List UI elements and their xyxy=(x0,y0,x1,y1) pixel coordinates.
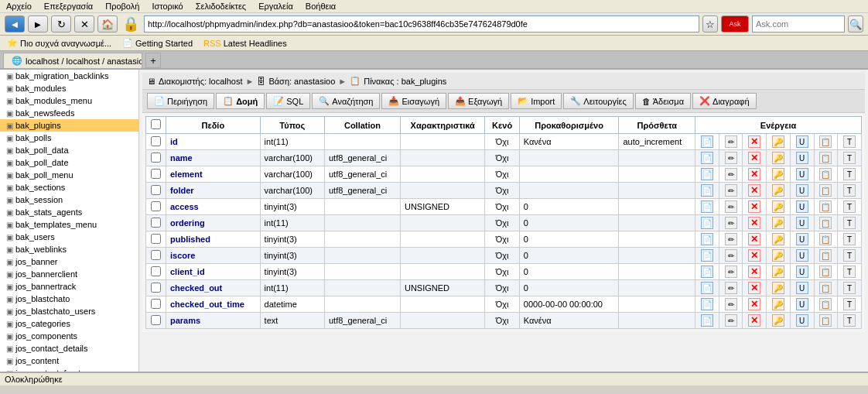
unique-icon-9[interactable]: U xyxy=(796,282,808,294)
action-index-4[interactable]: 📋 xyxy=(814,199,838,215)
row-check-8[interactable] xyxy=(151,266,161,276)
action-spatial-3[interactable]: T xyxy=(838,183,862,199)
spatial-icon-10[interactable]: T xyxy=(843,298,856,310)
primary-icon-2[interactable]: 🔑 xyxy=(772,168,784,180)
sidebar-item-bak_modules_menu[interactable]: ▣bak_modules_menu xyxy=(0,94,138,107)
browse-icon-5[interactable]: 📄 xyxy=(701,217,713,229)
action-tab-Αναζήτηση[interactable]: 🔍Αναζήτηση xyxy=(312,93,380,109)
action-delete-3[interactable]: ✕ xyxy=(743,183,767,199)
menu-view[interactable]: Προβολή xyxy=(105,2,139,11)
action-index-11[interactable]: 📋 xyxy=(814,313,838,329)
action-tab-Άδεισμα[interactable]: 🗑Άδεισμα xyxy=(635,93,691,109)
edit-icon-8[interactable]: ✏ xyxy=(725,266,737,278)
browse-icon-1[interactable]: 📄 xyxy=(701,152,713,164)
action-spatial-0[interactable]: T xyxy=(838,134,862,150)
index-icon-10[interactable]: 📋 xyxy=(819,298,832,310)
action-unique-10[interactable]: U xyxy=(790,296,814,313)
delete-icon-5[interactable]: ✕ xyxy=(748,217,760,229)
action-unique-11[interactable]: U xyxy=(790,313,814,329)
row-checkbox-1[interactable] xyxy=(146,150,166,166)
action-delete-6[interactable]: ✕ xyxy=(743,231,767,248)
delete-icon-3[interactable]: ✕ xyxy=(748,184,760,197)
action-spatial-9[interactable]: T xyxy=(838,280,862,296)
action-tab-SQL[interactable]: 📝SQL xyxy=(266,93,310,109)
browse-icon-2[interactable]: 📄 xyxy=(701,168,713,180)
menu-file[interactable]: Αρχείο xyxy=(6,2,32,11)
edit-icon-1[interactable]: ✏ xyxy=(725,152,737,164)
spatial-icon-5[interactable]: T xyxy=(843,217,856,229)
row-check-3[interactable] xyxy=(151,185,161,195)
action-index-0[interactable]: 📋 xyxy=(814,134,838,150)
unique-icon-7[interactable]: U xyxy=(796,249,808,262)
action-primary-3[interactable]: 🔑 xyxy=(767,183,791,199)
index-icon-2[interactable]: 📋 xyxy=(819,168,832,180)
primary-icon-5[interactable]: 🔑 xyxy=(772,217,784,229)
browse-icon-6[interactable]: 📄 xyxy=(701,233,713,245)
action-spatial-10[interactable]: T xyxy=(838,296,862,313)
action-edit-9[interactable]: ✏ xyxy=(719,280,743,296)
action-spatial-2[interactable]: T xyxy=(838,166,862,183)
delete-icon-11[interactable]: ✕ xyxy=(748,314,760,327)
sidebar-item-jos_contact_details[interactable]: ▣jos_contact_details xyxy=(0,342,138,355)
back-button[interactable]: ◄ xyxy=(5,15,25,33)
action-edit-6[interactable]: ✏ xyxy=(719,231,743,248)
action-delete-0[interactable]: ✕ xyxy=(743,134,767,150)
edit-icon-11[interactable]: ✏ xyxy=(725,314,737,327)
action-unique-2[interactable]: U xyxy=(790,166,814,183)
action-spatial-11[interactable]: T xyxy=(838,313,862,329)
browse-icon-0[interactable]: 📄 xyxy=(701,135,713,148)
action-spatial-1[interactable]: T xyxy=(838,150,862,166)
action-primary-8[interactable]: 🔑 xyxy=(767,264,791,280)
action-unique-1[interactable]: U xyxy=(790,150,814,166)
sidebar-item-bak_sections[interactable]: ▣bak_sections xyxy=(0,181,138,194)
action-browse-8[interactable]: 📄 xyxy=(695,264,719,280)
sidebar-item-jos_content[interactable]: ▣jos_content xyxy=(0,355,138,367)
index-icon-7[interactable]: 📋 xyxy=(819,249,832,262)
action-browse-7[interactable]: 📄 xyxy=(695,248,719,264)
edit-icon-6[interactable]: ✏ xyxy=(725,233,737,245)
row-checkbox-7[interactable] xyxy=(146,248,166,264)
action-edit-3[interactable]: ✏ xyxy=(719,183,743,199)
row-check-10[interactable] xyxy=(151,299,161,309)
action-unique-8[interactable]: U xyxy=(790,264,814,280)
action-spatial-8[interactable]: T xyxy=(838,264,862,280)
unique-icon-11[interactable]: U xyxy=(796,314,808,327)
action-primary-6[interactable]: 🔑 xyxy=(767,231,791,248)
unique-icon-10[interactable]: U xyxy=(796,298,808,310)
sidebar-item-bak_stats_agents[interactable]: ▣bak_stats_agents xyxy=(0,206,138,218)
action-primary-9[interactable]: 🔑 xyxy=(767,280,791,296)
menu-help[interactable]: Βοήθεια xyxy=(306,2,336,11)
action-tab-Εξαγωγή[interactable]: 📤Εξαγωγή xyxy=(448,93,509,109)
index-icon-4[interactable]: 📋 xyxy=(819,200,832,213)
select-all-checkbox[interactable] xyxy=(151,119,161,129)
action-index-7[interactable]: 📋 xyxy=(814,248,838,264)
unique-icon-4[interactable]: U xyxy=(796,200,808,213)
unique-icon-1[interactable]: U xyxy=(796,152,808,164)
search-input[interactable] xyxy=(752,15,845,33)
sidebar-item-jos_bannerclient[interactable]: ▣jos_bannerclient xyxy=(0,268,138,280)
action-primary-7[interactable]: 🔑 xyxy=(767,248,791,264)
row-checkbox-10[interactable] xyxy=(146,296,166,313)
action-edit-10[interactable]: ✏ xyxy=(719,296,743,313)
action-spatial-6[interactable]: T xyxy=(838,231,862,248)
action-delete-1[interactable]: ✕ xyxy=(743,150,767,166)
action-primary-10[interactable]: 🔑 xyxy=(767,296,791,313)
action-unique-6[interactable]: U xyxy=(790,231,814,248)
primary-icon-4[interactable]: 🔑 xyxy=(772,200,784,213)
action-primary-4[interactable]: 🔑 xyxy=(767,199,791,215)
action-browse-11[interactable]: 📄 xyxy=(695,313,719,329)
spatial-icon-7[interactable]: T xyxy=(843,249,856,262)
sidebar-item-bak_session[interactable]: ▣bak_session xyxy=(0,194,138,206)
browse-icon-7[interactable]: 📄 xyxy=(701,249,713,262)
sidebar-item-bak_poll_menu[interactable]: ▣bak_poll_menu xyxy=(0,169,138,181)
browse-icon-3[interactable]: 📄 xyxy=(701,184,713,197)
edit-icon-7[interactable]: ✏ xyxy=(725,249,737,262)
unique-icon-3[interactable]: U xyxy=(796,184,808,197)
menu-tools[interactable]: Εργαλεία xyxy=(258,2,293,11)
index-icon-3[interactable]: 📋 xyxy=(819,184,832,197)
star-button[interactable]: ☆ xyxy=(702,15,718,33)
search-go-button[interactable]: 🔍 xyxy=(848,15,863,33)
action-browse-2[interactable]: 📄 xyxy=(695,166,719,183)
delete-icon-10[interactable]: ✕ xyxy=(748,298,760,310)
sidebar-scroll[interactable]: ▣bak_migration_backlinks▣bak_modules▣bak… xyxy=(0,70,138,372)
